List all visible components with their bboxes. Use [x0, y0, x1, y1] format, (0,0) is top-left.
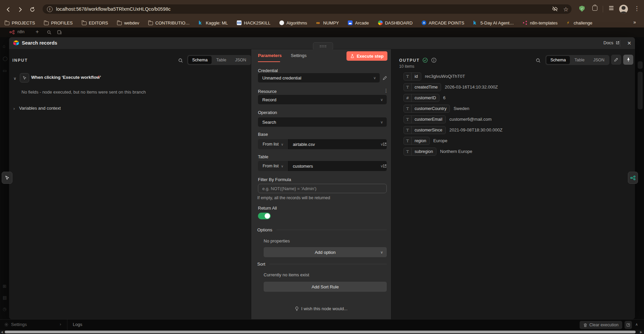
schema-row[interactable]: T createdTime 2026-03-16T14:10:32.000Z — [404, 83, 502, 91]
bookmark-item[interactable]: n8n-templates — [523, 20, 557, 25]
bookmark-item[interactable]: challenge — [567, 20, 592, 25]
open-base-external-icon[interactable] — [382, 141, 388, 147]
schema-row[interactable]: # customerID 6 — [404, 94, 502, 102]
schema-row[interactable]: T region Europe — [404, 136, 502, 145]
site-info-icon[interactable]: i — [47, 6, 53, 12]
edit-output-button[interactable] — [611, 55, 621, 65]
clear-execution-button[interactable]: Clear execution — [580, 321, 622, 329]
address-bar[interactable]: i localhost:5678/workflow/ba5TRlxmCUxHLQ… — [43, 4, 572, 14]
credential-select[interactable]: Unnamed credential∨ — [258, 73, 380, 82]
bookmark-item[interactable]: 5-Day AI Agent… — [473, 20, 514, 25]
bookmark-item[interactable]: PROJECTS — [5, 20, 35, 25]
logs-panel-toggle[interactable]: Logs — [73, 322, 82, 327]
field-badge[interactable]: T customerCountry — [404, 105, 450, 113]
schema-row[interactable]: T id rec3glvuWoQiThT0T — [404, 72, 502, 80]
output-tab-json[interactable]: JSON — [589, 56, 608, 64]
output-tab-table[interactable]: Table — [571, 56, 589, 64]
field-badge[interactable]: T id — [404, 72, 421, 80]
base-mode-select[interactable]: From list∨ — [258, 139, 288, 149]
scroll-left-arrow[interactable]: ◀ — [1, 330, 3, 334]
sidebar-templates-icon[interactable]: ⊞ — [3, 284, 6, 289]
tab-parameters[interactable]: Parameters — [258, 53, 282, 58]
chevron-right-icon[interactable]: › — [13, 106, 15, 111]
extensions-icon[interactable] — [592, 6, 597, 11]
trigger-node-label[interactable]: When clicking ‘Execute workflow’ — [31, 75, 101, 80]
schema-row[interactable]: T customerEmail customer6@mail.com — [404, 115, 502, 123]
chevron-down-icon[interactable]: ∨ — [13, 76, 16, 81]
sidebar-home-icon[interactable]: ⌂ — [3, 44, 5, 49]
table-value-select[interactable]: customers∨ — [288, 161, 387, 171]
bookmark-item[interactable]: Algorithms — [279, 20, 307, 25]
back-button[interactable] — [3, 5, 13, 14]
field-badge[interactable]: # customerID — [404, 94, 439, 102]
variables-context-toggle[interactable]: Variables and context — [19, 106, 61, 111]
eye-off-icon[interactable] — [552, 6, 558, 12]
tab-search-icon[interactable] — [47, 30, 51, 35]
schema-row[interactable]: T subregion Northern Europe — [404, 147, 502, 156]
canvas-scrollbar[interactable] — [638, 72, 643, 109]
operation-select[interactable]: Search∨ — [258, 117, 387, 127]
new-tab-icon[interactable]: + — [36, 29, 39, 35]
field-badge[interactable]: T createdTime — [404, 83, 441, 91]
add-option-button[interactable]: Add option∨ — [264, 247, 387, 257]
sidebar-insights-icon[interactable]: ▤ — [3, 295, 7, 300]
bookmark-item[interactable]: HACK2SKILL — [237, 20, 270, 25]
field-badge[interactable]: T region — [404, 137, 430, 145]
open-table-external-icon[interactable] — [382, 163, 388, 169]
tab-schema[interactable]: Schema — [188, 56, 212, 64]
bookmark-item[interactable]: PROFILES — [44, 20, 72, 25]
add-sort-rule-button[interactable]: Add Sort Rule — [264, 282, 387, 292]
workflow-assistant-button[interactable] — [628, 172, 638, 184]
settings-menu-item[interactable]: Settings — [11, 322, 27, 327]
edit-credential-icon[interactable] — [382, 75, 388, 81]
reload-button[interactable] — [28, 5, 37, 14]
panel-drag-handle[interactable] — [313, 42, 333, 50]
pin-data-button[interactable] — [623, 55, 633, 65]
base-value-select[interactable]: airtable.csv∨ — [288, 139, 387, 149]
tab-json[interactable]: JSON — [231, 56, 250, 64]
tab-overview-icon[interactable] — [57, 30, 62, 35]
bookmark-item[interactable]: DASHBOARD — [378, 20, 413, 25]
avatar[interactable] — [619, 5, 628, 13]
canvas-scroll-button[interactable] — [638, 61, 643, 69]
input-search-icon[interactable] — [178, 58, 183, 63]
tab-table[interactable]: Table — [212, 56, 230, 64]
bookmark-star-icon[interactable]: ☆ — [563, 6, 569, 13]
output-search-icon[interactable] — [536, 58, 541, 63]
table-mode-select[interactable]: From list∨ — [258, 161, 288, 171]
bookmark-item[interactable]: NUMPY — [316, 20, 339, 25]
close-icon[interactable]: ✕ — [626, 40, 633, 47]
docs-link[interactable]: Docs — [603, 40, 620, 45]
bookmark-item[interactable]: EDITORS — [82, 20, 108, 25]
browser-menu-icon[interactable]: ⋮ — [634, 6, 640, 11]
bookmark-item[interactable]: Arcade — [348, 20, 369, 25]
open-logs-popout-button[interactable] — [625, 321, 632, 329]
bookmark-item[interactable]: CONTRIBUTIO… — [148, 20, 190, 25]
filter-formula-input[interactable] — [258, 184, 387, 193]
sidebar-help-icon[interactable]: ◷ — [3, 307, 6, 312]
sidebar-user-icon[interactable]: ◯ — [3, 56, 8, 61]
tab-title[interactable]: n8n — [17, 30, 24, 34]
output-tab-schema[interactable]: Schema — [546, 56, 570, 64]
info-icon[interactable] — [431, 57, 437, 63]
sidebar-key-icon[interactable]: ▭ — [3, 68, 7, 73]
bookmarks-overflow-chevron[interactable]: » — [633, 19, 636, 25]
bookmark-item[interactable]: ARCADE POINTS — [422, 20, 464, 25]
bookmark-item[interactable]: webdev — [117, 20, 139, 25]
resource-select[interactable]: Record∨ — [258, 95, 387, 104]
sidebar-collapse-chevron[interactable]: › — [60, 322, 61, 327]
tab-settings[interactable]: Settings — [291, 53, 307, 58]
expand-logs-chevron[interactable]: ∧ — [635, 322, 638, 327]
field-badge[interactable]: T customerEmail — [404, 115, 446, 123]
execute-step-button[interactable]: Execute step — [346, 51, 387, 61]
bookmark-item[interactable]: Kaggle: ML — [199, 20, 228, 25]
forward-button[interactable] — [15, 5, 25, 14]
schema-row[interactable]: T customerCountry Sweden — [404, 104, 502, 113]
parameter-options-icon[interactable]: ⋮ — [384, 88, 388, 93]
node-feedback-link[interactable]: I wish this node would... — [251, 306, 391, 311]
pointer-tool-button[interactable] — [2, 172, 12, 184]
shield-icon[interactable]: ✓ — [579, 6, 585, 12]
field-badge[interactable]: T customerSince — [404, 126, 446, 134]
scroll-right-arrow[interactable]: ▶ — [640, 330, 642, 334]
return-all-toggle[interactable] — [258, 213, 271, 219]
